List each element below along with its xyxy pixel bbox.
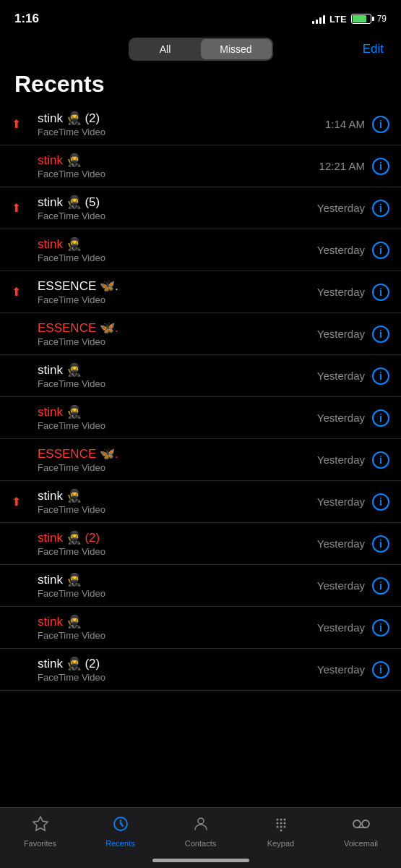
tab-item-contacts[interactable]: Contacts: [179, 815, 223, 848]
call-info: ESSENCE 🦋.FaceTime Video: [35, 446, 317, 473]
favorites-tab-label: Favorites: [24, 839, 56, 848]
call-icon-area: ⬆︎: [12, 201, 35, 215]
info-button[interactable]: i: [372, 619, 389, 637]
info-button[interactable]: i: [372, 493, 389, 511]
call-subtype: FaceTime Video: [38, 336, 317, 347]
call-right: Yesterdayi: [317, 326, 389, 343]
call-icon-area: ⬆︎: [12, 117, 35, 131]
call-name[interactable]: ESSENCE 🦋.: [38, 278, 317, 294]
segment-missed[interactable]: Missed: [201, 39, 272, 59]
call-right: Yesterdayi: [317, 367, 389, 385]
call-name[interactable]: ESSENCE 🦋.: [38, 320, 317, 336]
call-list: ⬆︎stink 🥷 (2)FaceTime Video1:14 AMistink…: [0, 103, 401, 691]
info-button[interactable]: i: [372, 367, 389, 385]
recents-tab-label: Recents: [105, 839, 134, 848]
call-right: Yesterdayi: [317, 619, 389, 637]
lte-icon: LTE: [329, 14, 347, 25]
info-button[interactable]: i: [372, 409, 389, 427]
call-subtype: FaceTime Video: [38, 546, 317, 557]
call-item: stink 🥷FaceTime VideoYesterdayi: [0, 565, 401, 607]
call-time: Yesterday: [317, 663, 365, 676]
tab-item-favorites[interactable]: Favorites: [19, 815, 62, 848]
svg-point-10: [283, 826, 285, 828]
call-time: Yesterday: [317, 621, 365, 634]
call-subtype: FaceTime Video: [38, 462, 317, 473]
call-item: ⬆︎ESSENCE 🦋.FaceTime VideoYesterdayi: [0, 271, 401, 313]
info-button[interactable]: i: [372, 535, 389, 553]
status-time: 1:16: [14, 12, 39, 26]
info-button[interactable]: i: [372, 577, 389, 595]
info-button[interactable]: i: [372, 242, 389, 259]
call-right: Yesterdayi: [317, 535, 389, 553]
signal-bars-icon: [312, 14, 325, 24]
call-item: stink 🥷FaceTime VideoYesterdayi: [0, 355, 401, 397]
call-time: Yesterday: [317, 537, 365, 550]
info-button[interactable]: i: [372, 200, 389, 217]
call-subtype: FaceTime Video: [38, 252, 317, 263]
voicemail-tab-icon: [351, 815, 371, 837]
call-name[interactable]: stink 🥷 (2): [38, 111, 325, 126]
video-missed-icon: ⬆︎: [12, 495, 21, 509]
call-right: 1:14 AMi: [325, 116, 389, 133]
svg-point-5: [276, 822, 278, 825]
call-info: stink 🥷FaceTime Video: [35, 404, 317, 431]
call-subtype: FaceTime Video: [38, 588, 317, 599]
video-missed-icon: ⬆︎: [12, 285, 21, 299]
tab-item-recents[interactable]: Recents: [99, 815, 142, 848]
call-item: stink 🥷 (2)FaceTime VideoYesterdayi: [0, 649, 401, 691]
call-info: stink 🥷FaceTime Video: [35, 362, 317, 389]
call-subtype: FaceTime Video: [38, 127, 325, 137]
info-button[interactable]: i: [372, 116, 389, 133]
call-info: ESSENCE 🦋.FaceTime Video: [35, 278, 317, 305]
status-bar: 1:16 LTE 79: [0, 0, 401, 32]
video-missed-icon: ⬆︎: [12, 117, 21, 131]
video-missed-icon: ⬆︎: [12, 201, 21, 215]
call-info: stink 🥷 (5)FaceTime Video: [35, 195, 317, 221]
call-name[interactable]: ESSENCE 🦋.: [38, 446, 317, 461]
info-button[interactable]: i: [372, 451, 389, 469]
call-icon-area: ⬆︎: [12, 285, 35, 299]
call-name[interactable]: stink 🥷: [38, 614, 317, 629]
call-name[interactable]: stink 🥷: [38, 488, 317, 503]
call-info: stink 🥷 (2)FaceTime Video: [35, 111, 325, 137]
call-subtype: FaceTime Video: [38, 378, 317, 389]
main-content: Recents ⬆︎stink 🥷 (2)FaceTime Video1:14 …: [0, 64, 401, 756]
call-item: stink 🥷FaceTime VideoYesterdayi: [0, 607, 401, 649]
favorites-tab-icon: [32, 815, 49, 837]
svg-point-7: [283, 822, 285, 825]
call-name[interactable]: stink 🥷: [38, 404, 317, 420]
call-time: Yesterday: [317, 579, 365, 592]
call-right: Yesterdayi: [317, 661, 389, 678]
call-subtype: FaceTime Video: [38, 169, 319, 179]
call-time: Yesterday: [317, 370, 365, 382]
call-name[interactable]: stink 🥷 (5): [38, 195, 317, 210]
svg-point-13: [362, 820, 369, 827]
call-item: stink 🥷 (2)FaceTime VideoYesterdayi: [0, 523, 401, 565]
tab-item-voicemail[interactable]: Voicemail: [340, 815, 383, 848]
info-button[interactable]: i: [372, 661, 389, 678]
call-name[interactable]: stink 🥷: [38, 153, 319, 168]
call-time: 12:21 AM: [319, 160, 365, 172]
info-button[interactable]: i: [372, 158, 389, 175]
call-right: 12:21 AMi: [319, 158, 389, 175]
segment-all[interactable]: All: [130, 39, 201, 59]
call-right: Yesterdayi: [317, 409, 389, 427]
call-name[interactable]: stink 🥷: [38, 237, 317, 252]
call-info: stink 🥷 (2)FaceTime Video: [35, 530, 317, 557]
call-name[interactable]: stink 🥷 (2): [38, 530, 317, 545]
edit-button[interactable]: Edit: [363, 42, 384, 56]
call-info: stink 🥷FaceTime Video: [35, 572, 317, 599]
call-name[interactable]: stink 🥷: [38, 362, 317, 378]
info-button[interactable]: i: [372, 326, 389, 343]
call-info: ESSENCE 🦋.FaceTime Video: [35, 320, 317, 347]
call-name[interactable]: stink 🥷 (2): [38, 656, 317, 671]
call-item: ⬆︎stink 🥷FaceTime VideoYesterdayi: [0, 481, 401, 523]
call-right: Yesterdayi: [317, 284, 389, 301]
status-icons: LTE 79: [312, 14, 387, 25]
call-subtype: FaceTime Video: [38, 294, 317, 305]
call-name[interactable]: stink 🥷: [38, 572, 317, 587]
tab-item-keypad[interactable]: Keypad: [259, 815, 303, 848]
recents-tab-icon: [112, 815, 129, 837]
call-item: stink 🥷FaceTime VideoYesterdayi: [0, 229, 401, 271]
info-button[interactable]: i: [372, 284, 389, 301]
